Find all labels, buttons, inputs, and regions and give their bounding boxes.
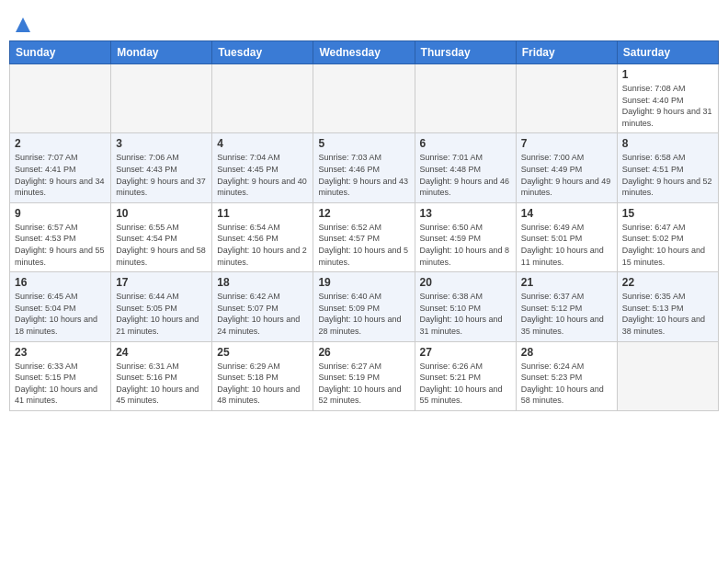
calendar-week-row: 23Sunrise: 6:33 AM Sunset: 5:15 PM Dayli… — [10, 341, 719, 410]
calendar-cell: 9Sunrise: 6:57 AM Sunset: 4:53 PM Daylig… — [10, 202, 111, 271]
calendar-week-row: 1Sunrise: 7:08 AM Sunset: 4:40 PM Daylig… — [10, 64, 719, 133]
day-number: 24 — [116, 346, 207, 359]
calendar-cell: 18Sunrise: 6:42 AM Sunset: 5:07 PM Dayli… — [212, 272, 313, 341]
day-number: 11 — [217, 207, 308, 220]
calendar-cell: 26Sunrise: 6:27 AM Sunset: 5:19 PM Dayli… — [313, 341, 415, 410]
day-number: 19 — [318, 276, 409, 289]
page: SundayMondayTuesdayWednesdayThursdayFrid… — [0, 0, 728, 420]
day-number: 26 — [318, 346, 409, 359]
day-number: 22 — [622, 276, 713, 289]
day-number: 2 — [15, 137, 106, 150]
calendar-cell: 12Sunrise: 6:52 AM Sunset: 4:57 PM Dayli… — [313, 202, 415, 271]
day-info: Sunrise: 6:27 AM Sunset: 5:19 PM Dayligh… — [318, 361, 409, 407]
day-info: Sunrise: 6:54 AM Sunset: 4:56 PM Dayligh… — [217, 222, 308, 268]
day-info: Sunrise: 6:31 AM Sunset: 5:16 PM Dayligh… — [116, 361, 207, 407]
day-number: 12 — [318, 207, 409, 220]
weekday-header-thursday: Thursday — [415, 41, 516, 64]
logo-triangle-icon — [15, 17, 31, 33]
calendar-cell: 21Sunrise: 6:37 AM Sunset: 5:12 PM Dayli… — [516, 272, 617, 341]
calendar-cell: 1Sunrise: 7:08 AM Sunset: 4:40 PM Daylig… — [617, 64, 718, 133]
calendar-cell: 11Sunrise: 6:54 AM Sunset: 4:56 PM Dayli… — [212, 202, 313, 271]
day-info: Sunrise: 6:42 AM Sunset: 5:07 PM Dayligh… — [217, 291, 308, 337]
calendar-cell — [10, 64, 111, 133]
day-number: 6 — [420, 137, 511, 150]
weekday-header-wednesday: Wednesday — [313, 41, 415, 64]
day-number: 27 — [420, 346, 511, 359]
day-info: Sunrise: 7:00 AM Sunset: 4:49 PM Dayligh… — [521, 152, 612, 198]
day-info: Sunrise: 6:35 AM Sunset: 5:13 PM Dayligh… — [622, 291, 713, 337]
calendar-cell — [111, 64, 212, 133]
day-info: Sunrise: 7:08 AM Sunset: 4:40 PM Dayligh… — [622, 83, 713, 129]
calendar-cell — [617, 341, 718, 410]
calendar-cell: 4Sunrise: 7:04 AM Sunset: 4:45 PM Daylig… — [212, 133, 313, 202]
weekday-header-tuesday: Tuesday — [212, 41, 313, 64]
calendar-cell: 5Sunrise: 7:03 AM Sunset: 4:46 PM Daylig… — [313, 133, 415, 202]
calendar-cell: 25Sunrise: 6:29 AM Sunset: 5:18 PM Dayli… — [212, 341, 313, 410]
day-info: Sunrise: 6:33 AM Sunset: 5:15 PM Dayligh… — [15, 361, 106, 407]
day-info: Sunrise: 6:24 AM Sunset: 5:23 PM Dayligh… — [521, 361, 612, 407]
day-number: 13 — [420, 207, 511, 220]
day-number: 15 — [622, 207, 713, 220]
calendar-week-row: 2Sunrise: 7:07 AM Sunset: 4:41 PM Daylig… — [10, 133, 719, 202]
calendar-cell — [516, 64, 617, 133]
day-info: Sunrise: 6:49 AM Sunset: 5:01 PM Dayligh… — [521, 222, 612, 268]
day-number: 7 — [521, 137, 612, 150]
day-info: Sunrise: 6:37 AM Sunset: 5:12 PM Dayligh… — [521, 291, 612, 337]
calendar-cell: 7Sunrise: 7:00 AM Sunset: 4:49 PM Daylig… — [516, 133, 617, 202]
calendar-cell: 6Sunrise: 7:01 AM Sunset: 4:48 PM Daylig… — [415, 133, 516, 202]
weekday-header-monday: Monday — [111, 41, 212, 64]
day-number: 18 — [217, 276, 308, 289]
weekday-header-saturday: Saturday — [617, 41, 718, 64]
calendar-cell: 22Sunrise: 6:35 AM Sunset: 5:13 PM Dayli… — [617, 272, 718, 341]
day-info: Sunrise: 7:06 AM Sunset: 4:43 PM Dayligh… — [116, 152, 207, 198]
day-info: Sunrise: 6:50 AM Sunset: 4:59 PM Dayligh… — [420, 222, 511, 268]
day-info: Sunrise: 6:57 AM Sunset: 4:53 PM Dayligh… — [15, 222, 106, 268]
calendar-cell: 28Sunrise: 6:24 AM Sunset: 5:23 PM Dayli… — [516, 341, 617, 410]
day-number: 21 — [521, 276, 612, 289]
day-info: Sunrise: 6:45 AM Sunset: 5:04 PM Dayligh… — [15, 291, 106, 337]
calendar-cell: 23Sunrise: 6:33 AM Sunset: 5:15 PM Dayli… — [10, 341, 111, 410]
weekday-header-sunday: Sunday — [10, 41, 111, 64]
calendar-cell — [313, 64, 415, 133]
day-number: 16 — [15, 276, 106, 289]
calendar-cell: 3Sunrise: 7:06 AM Sunset: 4:43 PM Daylig… — [111, 133, 212, 202]
day-number: 9 — [15, 207, 106, 220]
calendar-cell: 10Sunrise: 6:55 AM Sunset: 4:54 PM Dayli… — [111, 202, 212, 271]
day-number: 5 — [318, 137, 409, 150]
calendar-cell — [415, 64, 516, 133]
day-number: 23 — [15, 346, 106, 359]
day-number: 17 — [116, 276, 207, 289]
calendar-week-row: 16Sunrise: 6:45 AM Sunset: 5:04 PM Dayli… — [10, 272, 719, 341]
day-number: 10 — [116, 207, 207, 220]
day-info: Sunrise: 7:07 AM Sunset: 4:41 PM Dayligh… — [15, 152, 106, 198]
day-number: 4 — [217, 137, 308, 150]
calendar-cell: 15Sunrise: 6:47 AM Sunset: 5:02 PM Dayli… — [617, 202, 718, 271]
day-info: Sunrise: 6:29 AM Sunset: 5:18 PM Dayligh… — [217, 361, 308, 407]
calendar-week-row: 9Sunrise: 6:57 AM Sunset: 4:53 PM Daylig… — [10, 202, 719, 271]
calendar-cell: 17Sunrise: 6:44 AM Sunset: 5:05 PM Dayli… — [111, 272, 212, 341]
day-info: Sunrise: 6:38 AM Sunset: 5:10 PM Dayligh… — [420, 291, 511, 337]
day-number: 1 — [622, 68, 713, 81]
day-number: 25 — [217, 346, 308, 359]
calendar-cell: 2Sunrise: 7:07 AM Sunset: 4:41 PM Daylig… — [10, 133, 111, 202]
day-number: 20 — [420, 276, 511, 289]
calendar-cell: 27Sunrise: 6:26 AM Sunset: 5:21 PM Dayli… — [415, 341, 516, 410]
weekday-header-row: SundayMondayTuesdayWednesdayThursdayFrid… — [10, 41, 719, 64]
day-info: Sunrise: 6:47 AM Sunset: 5:02 PM Dayligh… — [622, 222, 713, 268]
day-info: Sunrise: 7:03 AM Sunset: 4:46 PM Dayligh… — [318, 152, 409, 198]
day-info: Sunrise: 7:04 AM Sunset: 4:45 PM Dayligh… — [217, 152, 308, 198]
day-info: Sunrise: 6:40 AM Sunset: 5:09 PM Dayligh… — [318, 291, 409, 337]
day-info: Sunrise: 6:58 AM Sunset: 4:51 PM Dayligh… — [622, 152, 713, 198]
calendar-cell: 13Sunrise: 6:50 AM Sunset: 4:59 PM Dayli… — [415, 202, 516, 271]
calendar: SundayMondayTuesdayWednesdayThursdayFrid… — [9, 40, 719, 411]
calendar-cell: 19Sunrise: 6:40 AM Sunset: 5:09 PM Dayli… — [313, 272, 415, 341]
svg-marker-0 — [16, 17, 30, 32]
calendar-cell: 14Sunrise: 6:49 AM Sunset: 5:01 PM Dayli… — [516, 202, 617, 271]
calendar-cell — [212, 64, 313, 133]
day-info: Sunrise: 6:55 AM Sunset: 4:54 PM Dayligh… — [116, 222, 207, 268]
logo — [13, 17, 31, 33]
header — [9, 9, 719, 37]
day-number: 14 — [521, 207, 612, 220]
weekday-header-friday: Friday — [516, 41, 617, 64]
calendar-cell: 24Sunrise: 6:31 AM Sunset: 5:16 PM Dayli… — [111, 341, 212, 410]
